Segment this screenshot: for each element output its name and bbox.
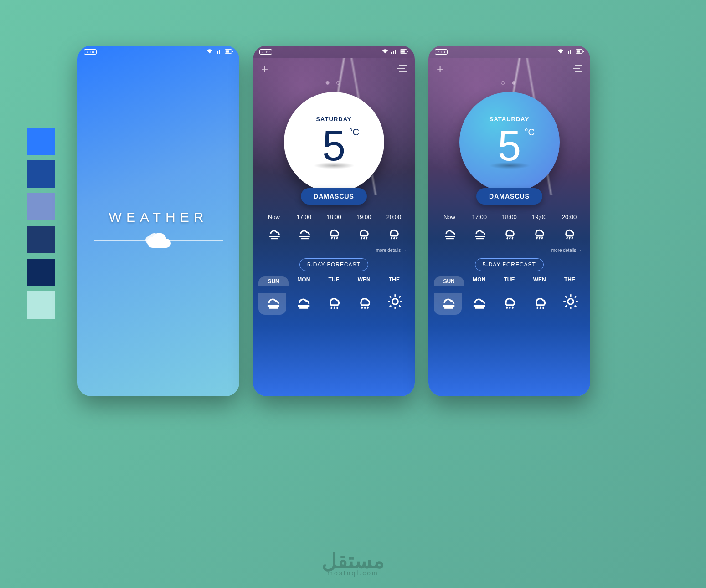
day-icon-cell[interactable]	[320, 293, 348, 315]
rain-icon	[325, 304, 343, 312]
page-dots[interactable]: ○ ●	[428, 78, 590, 87]
hourly-forecast[interactable]: Now 17:00 18:00 19;00 20:00	[428, 205, 590, 245]
watermark-en: mostaql.com	[322, 569, 385, 577]
day-icon-cell[interactable]	[434, 293, 462, 315]
day-abbrev: WEN	[349, 276, 379, 283]
rain-icon	[531, 304, 549, 312]
day-icon-cell[interactable]	[557, 293, 585, 315]
day-abbrev: WEN	[525, 276, 555, 283]
day-icon-cell[interactable]	[381, 293, 409, 315]
hourly-item[interactable]: 17:00	[290, 214, 318, 242]
signal-icon	[391, 49, 397, 55]
day-icon-cell[interactable]	[464, 293, 492, 315]
splash-screen: 7:10 WEATHER	[77, 46, 239, 396]
temperature-circle: SATURDAY 5°C	[284, 92, 384, 192]
day-icon-cell[interactable]	[526, 293, 554, 315]
fog-icon	[264, 304, 281, 312]
more-details-link[interactable]: more details →	[428, 245, 590, 256]
daily-icons	[253, 289, 415, 320]
day-tab[interactable]: MON	[464, 276, 494, 286]
fog-icon	[260, 225, 288, 242]
menu-button[interactable]	[397, 65, 407, 74]
city-pill[interactable]: DAMASCUS	[301, 188, 367, 205]
svg-rect-30	[568, 51, 569, 54]
day-tab[interactable]: THE	[555, 276, 585, 286]
weather-screen-a: 7:10 + ● ○ SATURDAY 5°C DAMASCUS Now 17:…	[253, 46, 415, 396]
splash-frame: WEATHER	[94, 201, 223, 241]
day-tab[interactable]: MON	[289, 276, 319, 286]
day-icon-cell[interactable]	[495, 293, 523, 315]
battery-icon	[400, 49, 408, 55]
svg-rect-20	[391, 52, 392, 54]
hour-label: 19;00	[526, 214, 553, 220]
add-button[interactable]: +	[261, 62, 268, 76]
fog-icon	[290, 225, 318, 242]
hourly-item[interactable]: Now	[260, 214, 288, 242]
fog-icon	[466, 225, 493, 242]
hourly-forecast[interactable]: Now 17:00 18:00 19;00 20:00	[253, 205, 415, 245]
temp-number: 5	[498, 123, 521, 169]
hour-label: Now	[260, 214, 288, 220]
temperature-value: 5°C	[498, 125, 521, 167]
rain-icon	[356, 304, 373, 312]
day-tab[interactable]: WEN	[349, 276, 379, 286]
hourly-item[interactable]: 19;00	[350, 214, 377, 242]
fog-icon	[439, 304, 457, 312]
swatch-4	[27, 259, 55, 286]
hourly-item[interactable]: 18:00	[496, 214, 523, 242]
rain-icon	[350, 225, 377, 242]
temp-unit: °C	[349, 128, 359, 137]
day-tab[interactable]: SUN	[434, 276, 464, 286]
status-bar: 7:10	[253, 46, 415, 58]
more-details-link[interactable]: more details →	[253, 245, 415, 256]
day-tab[interactable]: SUN	[258, 276, 289, 286]
day-icon-cell[interactable]	[258, 293, 286, 315]
day-tab[interactable]: TUE	[494, 276, 524, 286]
hourly-item[interactable]: 17:00	[466, 214, 493, 242]
svg-rect-22	[395, 50, 396, 54]
hourly-item[interactable]: 18:00	[320, 214, 348, 242]
day-icon-cell[interactable]	[350, 293, 378, 315]
day-abbrev: MON	[289, 276, 319, 283]
day-tab[interactable]: TUE	[319, 276, 349, 286]
rain-icon	[320, 225, 348, 242]
svg-rect-14	[216, 52, 216, 54]
page-dots[interactable]: ● ○	[253, 78, 415, 87]
sun-icon	[562, 304, 579, 312]
swatch-2	[27, 193, 55, 220]
temperature-value: 5°C	[322, 125, 345, 167]
swatch-5	[27, 291, 55, 319]
fog-icon	[470, 304, 487, 312]
wifi-icon	[206, 49, 213, 55]
hourly-item[interactable]: 20:00	[556, 214, 583, 242]
day-abbrev: SUN	[434, 278, 464, 285]
add-button[interactable]: +	[437, 62, 443, 76]
menu-button[interactable]	[573, 65, 582, 74]
svg-rect-34	[583, 51, 584, 52]
day-abbrev: THE	[555, 276, 585, 283]
day-tab[interactable]: WEN	[525, 276, 555, 286]
svg-rect-33	[577, 50, 580, 52]
day-abbrev: TUE	[319, 276, 349, 283]
hourly-item[interactable]: 19;00	[526, 214, 553, 242]
svg-rect-25	[407, 51, 408, 52]
hourly-item[interactable]: 20:00	[380, 214, 407, 242]
day-icon-cell[interactable]	[289, 293, 317, 315]
status-time: 7:10	[259, 49, 272, 55]
hourly-item[interactable]: Now	[436, 214, 463, 242]
color-palette	[27, 128, 55, 319]
sun-icon	[386, 304, 404, 312]
battery-icon	[225, 49, 233, 55]
svg-rect-16	[219, 50, 220, 54]
temp-number: 5	[322, 123, 345, 169]
hour-label: 18:00	[496, 214, 523, 220]
day-abbrev: THE	[379, 276, 409, 283]
status-icons	[206, 49, 233, 55]
cloud-icon	[108, 230, 209, 254]
hour-label: 17:00	[466, 214, 493, 220]
swatch-0	[27, 128, 55, 155]
svg-rect-19	[232, 51, 233, 52]
day-tab[interactable]: THE	[379, 276, 409, 286]
city-pill[interactable]: DAMASCUS	[476, 188, 542, 205]
forecast-header: 5-DAY FORECAST	[475, 258, 544, 271]
